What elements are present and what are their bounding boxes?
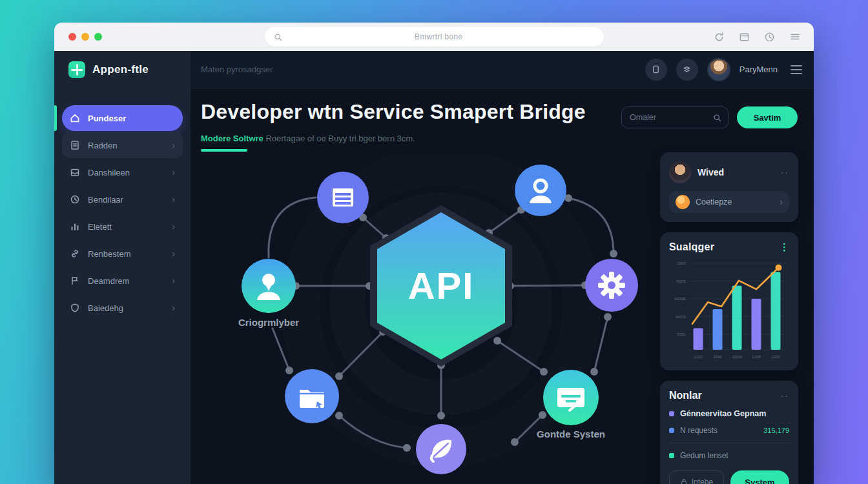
sidebar-item-2[interactable]: Danshileen › bbox=[62, 159, 183, 185]
left-user-node[interactable] bbox=[242, 259, 296, 313]
browser-chrome: Bmwrtrl bone bbox=[54, 23, 814, 51]
chevron-right-icon: › bbox=[172, 167, 175, 177]
chevron-right-icon: › bbox=[172, 248, 175, 259]
page-subtitle: Modere Soltwre Roertagae of oe Buyy trl … bbox=[201, 134, 415, 143]
monitor-label: Génneervitao Gepnam bbox=[680, 409, 766, 418]
search-icon bbox=[274, 33, 282, 41]
svg-text:700'S: 700'S bbox=[676, 279, 686, 283]
sidebar-item-label: Baiedehg bbox=[88, 303, 123, 313]
profile-action-row[interactable]: Coetlepze › bbox=[669, 191, 789, 213]
bar-line-chart: 3000700'SNEME900'S500L12103049100W130823… bbox=[669, 258, 789, 361]
user-avatar[interactable] bbox=[707, 58, 730, 81]
app-header: Maten pyrosadgser bbox=[191, 51, 814, 88]
content-search[interactable] bbox=[621, 106, 728, 128]
sidebar-item-1[interactable]: Radden › bbox=[62, 132, 183, 158]
folder-icon bbox=[300, 390, 324, 409]
brand[interactable]: Appen-ftle bbox=[54, 51, 191, 88]
file-button[interactable] bbox=[645, 59, 667, 81]
monitor-row-1: N requests 315,179 bbox=[669, 426, 789, 435]
card-icon bbox=[557, 388, 584, 410]
action-button[interactable]: Savtim bbox=[737, 106, 798, 128]
shield-icon bbox=[70, 303, 80, 313]
svg-text:900'S: 900'S bbox=[676, 314, 686, 319]
chevron-right-icon: › bbox=[172, 140, 175, 150]
browser-window: Bmwrtrl bone bbox=[54, 23, 814, 484]
reload-icon[interactable] bbox=[714, 32, 725, 43]
sidebar-item-4[interactable]: Eletett › bbox=[62, 214, 183, 239]
chevron-right-icon: › bbox=[172, 221, 175, 232]
menu-icon[interactable] bbox=[790, 65, 802, 74]
flag-icon bbox=[70, 276, 80, 286]
secondary-button[interactable]: Intebe bbox=[669, 470, 724, 484]
chart-icon bbox=[70, 221, 80, 232]
ellipsis-icon[interactable]: ·· bbox=[781, 170, 789, 175]
chevron-right-icon: › bbox=[172, 276, 175, 286]
svg-text:100W: 100W bbox=[732, 355, 742, 359]
active-item-indicator bbox=[54, 105, 57, 131]
sidebar-item-7[interactable]: Baiedehg › bbox=[62, 295, 183, 321]
sidebar-item-label: Radden bbox=[88, 141, 118, 150]
address-bar[interactable]: Bmwrtrl bone bbox=[265, 27, 604, 46]
folder-node[interactable] bbox=[285, 369, 339, 423]
left-node-label: Criogrmlyber bbox=[238, 317, 299, 328]
monitor-title: Nonlar bbox=[669, 390, 702, 401]
api-diagram: API bbox=[194, 156, 646, 484]
sidebar-item-3[interactable]: Bendilaar › bbox=[62, 187, 183, 212]
document-icon bbox=[70, 140, 80, 150]
subtitle-highlight: Modere Soltwre bbox=[201, 134, 264, 143]
url-text: Bmwrtrl bone bbox=[282, 32, 595, 41]
profile-avatar[interactable] bbox=[669, 161, 691, 183]
bullet-icon bbox=[669, 453, 674, 458]
svg-text:2309: 2309 bbox=[771, 355, 780, 359]
status-emoji-icon bbox=[676, 195, 690, 209]
title-underline bbox=[201, 149, 247, 152]
browser-actions bbox=[714, 23, 801, 51]
kebab-icon[interactable]: ⋮ bbox=[780, 241, 789, 253]
monitor-label: N requests bbox=[680, 426, 718, 435]
tab-icon[interactable] bbox=[739, 32, 750, 43]
chart-card: Sualqger ⋮ 3000700'SNEME900'S500L1210304… bbox=[660, 232, 798, 370]
sidebar-item-5[interactable]: Renbestem › bbox=[62, 241, 183, 267]
user-name: ParyMenn bbox=[739, 65, 778, 74]
api-label: API bbox=[408, 265, 475, 307]
document-node[interactable] bbox=[317, 172, 369, 223]
close-window-button[interactable] bbox=[68, 33, 76, 41]
link-icon bbox=[70, 248, 80, 259]
chevron-right-icon: › bbox=[172, 303, 175, 313]
header-actions: ParyMenn bbox=[645, 58, 802, 81]
desktop-background: Bmwrtrl bone bbox=[0, 0, 868, 484]
monitor-card: Nonlar ·· Génneervitao Gepnam N requests… bbox=[660, 381, 798, 484]
menu-icon[interactable] bbox=[789, 31, 801, 43]
traffic-lights bbox=[68, 33, 102, 41]
gear-node[interactable] bbox=[585, 259, 638, 312]
profile-card: Wived ·· Coetlepze › bbox=[660, 152, 798, 222]
primary-button[interactable]: System bbox=[730, 470, 789, 484]
ellipsis-icon[interactable]: ·· bbox=[781, 393, 789, 398]
document-icon bbox=[333, 188, 353, 207]
chart-title: Sualqger bbox=[669, 241, 714, 253]
sidebar-item-label: Renbestem bbox=[88, 249, 130, 259]
chevron-right-icon: › bbox=[172, 194, 175, 205]
sidebar-item-label: Pundeser bbox=[88, 114, 126, 123]
history-icon[interactable] bbox=[764, 32, 775, 43]
stack-button[interactable] bbox=[676, 59, 698, 81]
divider bbox=[669, 443, 789, 443]
minimize-window-button[interactable] bbox=[81, 33, 89, 41]
profile-name: Wived bbox=[698, 167, 724, 177]
user-node[interactable] bbox=[515, 165, 566, 216]
chevron-right-icon: › bbox=[780, 197, 783, 207]
bullet-icon bbox=[669, 428, 674, 433]
card-node[interactable] bbox=[543, 370, 599, 425]
brand-name: Appen-ftle bbox=[92, 63, 149, 76]
gear-icon bbox=[598, 272, 625, 299]
monitor-row-0: Génneervitao Gepnam bbox=[669, 409, 789, 418]
inbox-icon bbox=[70, 167, 80, 177]
sidebar-item-6[interactable]: Deamdrem › bbox=[62, 268, 183, 294]
subtitle-rest: Roertagae of oe Buyy trl bger bern 3cm. bbox=[265, 134, 415, 143]
monitor-value: 315,179 bbox=[763, 427, 789, 434]
sidebar-item-0[interactable]: Pundeser bbox=[62, 105, 183, 131]
sidebar-item-label: Deamdrem bbox=[88, 276, 129, 286]
search-input[interactable] bbox=[630, 113, 708, 122]
leaf-node[interactable] bbox=[416, 424, 466, 474]
zoom-window-button[interactable] bbox=[94, 33, 102, 41]
